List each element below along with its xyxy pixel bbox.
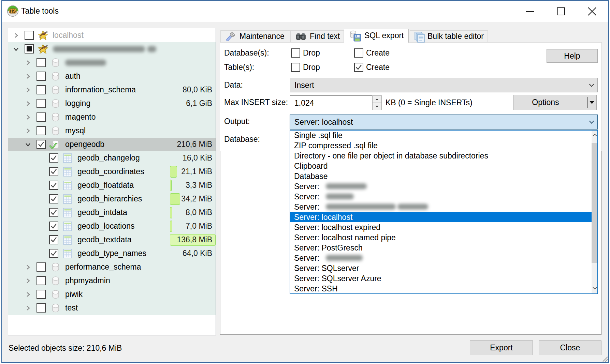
svg-text:HS: HS <box>10 9 16 14</box>
